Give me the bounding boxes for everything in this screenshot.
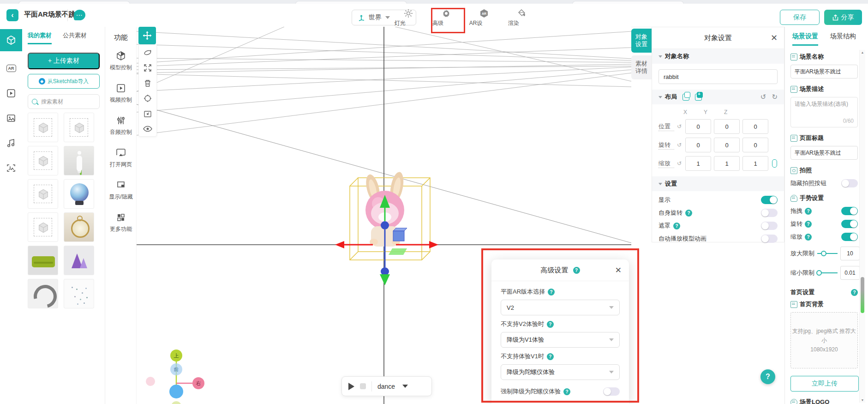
autoplay-animation-toggle[interactable]: [761, 235, 778, 243]
tab-object-settings[interactable]: 对象设置: [631, 29, 652, 53]
drag-toggle[interactable]: [841, 207, 858, 215]
play-button[interactable]: [348, 383, 354, 390]
rotation-label[interactable]: 旋转: [658, 141, 674, 150]
rotation-x-input[interactable]: [685, 138, 711, 152]
animation-dropdown-chevron[interactable]: [402, 385, 408, 388]
focus-tool-button[interactable]: [139, 90, 156, 106]
reset-icon[interactable]: ↺: [677, 160, 682, 167]
redo-icon[interactable]: ↻: [772, 93, 778, 101]
tab-scene-settings[interactable]: 场景设置: [792, 32, 818, 46]
asset-thumbnail[interactable]: [28, 113, 58, 142]
copy-transform-icon[interactable]: [682, 94, 689, 101]
tab-public-materials[interactable]: 公共素材: [63, 31, 87, 44]
move-tool-button[interactable]: [138, 27, 156, 44]
scale-toggle[interactable]: [841, 233, 858, 241]
fn-video-control[interactable]: 视频控制: [105, 82, 137, 104]
fn-audio-control[interactable]: 音频控制: [105, 115, 137, 136]
rotation-z-input[interactable]: [742, 138, 768, 152]
asset-thumbnail[interactable]: [64, 246, 94, 275]
position-z-input[interactable]: [742, 119, 768, 134]
self-rotate-toggle[interactable]: [761, 209, 778, 217]
scroll-down-arrow[interactable]: ▼: [860, 398, 865, 402]
object-name-input[interactable]: [658, 69, 778, 84]
reset-icon[interactable]: ↺: [677, 142, 682, 148]
feedback-chat-icon[interactable]: ···: [74, 10, 85, 20]
object-name-section[interactable]: 对象名称: [652, 49, 784, 64]
help-fab-button[interactable]: ?: [760, 369, 775, 384]
fn-more[interactable]: 更多功能: [105, 211, 137, 233]
fn-model-control[interactable]: 模型控制: [105, 50, 137, 72]
help-icon[interactable]: ?: [805, 234, 812, 241]
link-scale-icon[interactable]: [772, 159, 777, 168]
asset-thumbnail[interactable]: [28, 146, 58, 175]
save-button[interactable]: 保存: [780, 10, 820, 25]
settings-section[interactable]: 设置: [652, 176, 784, 191]
stop-button[interactable]: [360, 383, 366, 389]
tab-my-materials[interactable]: 我的素材: [28, 31, 52, 44]
asset-thumbnail[interactable]: [64, 179, 94, 209]
back-button[interactable]: ‹: [6, 9, 18, 21]
reset-icon[interactable]: ↺: [677, 123, 682, 130]
rail-item-image[interactable]: [0, 107, 22, 129]
asset-thumbnail[interactable]: [64, 212, 94, 242]
tab-material-details[interactable]: 素材详情: [631, 55, 652, 79]
rail-item-ar[interactable]: AR: [0, 57, 22, 79]
layout-section[interactable]: 布局 ↺ ↻: [652, 90, 784, 104]
homepage-bg-dropzone[interactable]: 支持jpg、jpeg格式 推荐大小 1080x1920: [790, 312, 858, 368]
asset-thumbnail[interactable]: [28, 212, 58, 242]
help-icon[interactable]: ?: [851, 289, 858, 296]
position-y-input[interactable]: [714, 119, 740, 134]
asset-thumbnail[interactable]: [64, 279, 94, 308]
delete-button[interactable]: [139, 75, 156, 90]
rotate-toggle[interactable]: [841, 220, 858, 228]
v2-fallback-select[interactable]: 降级为V1体验: [501, 332, 620, 348]
mask-toggle[interactable]: [761, 222, 778, 230]
zoom-in-limit-slider[interactable]: [817, 253, 838, 254]
upload-now-button[interactable]: 立即上传: [790, 376, 859, 392]
zoom-out-limit-input[interactable]: [840, 266, 860, 280]
scale-z-input[interactable]: [742, 156, 768, 171]
scale-label[interactable]: 缩放: [658, 159, 674, 168]
scroll-up-arrow[interactable]: ▲: [860, 51, 865, 54]
scene-desc-textarea[interactable]: 请输入场景描述(选填) 0/60: [790, 97, 858, 127]
fn-open-webpage[interactable]: 打开网页: [105, 147, 137, 169]
scale-y-input[interactable]: [714, 156, 740, 171]
tab-scene-structure[interactable]: 场景结构: [830, 32, 856, 46]
force-gyro-fallback-toggle[interactable]: [603, 387, 620, 396]
rail-item-sticker[interactable]: [0, 157, 22, 179]
share-button[interactable]: 分享: [824, 10, 862, 25]
help-icon[interactable]: ?: [685, 210, 692, 217]
asset-thumbnail[interactable]: [28, 279, 58, 308]
paste-transform-icon[interactable]: [695, 94, 702, 101]
rotation-y-input[interactable]: [714, 138, 740, 152]
help-icon[interactable]: ?: [548, 289, 555, 295]
upload-material-button[interactable]: + 上传素材: [28, 53, 100, 69]
fn-show-hide[interactable]: 显示/隐藏: [105, 179, 137, 201]
close-icon[interactable]: ✕: [615, 265, 622, 275]
help-icon[interactable]: ?: [805, 208, 812, 215]
zoom-out-limit-slider[interactable]: [817, 272, 838, 273]
v1-fallback-select[interactable]: 降级为陀螺仪体验: [501, 364, 620, 380]
ar-version-select[interactable]: V2: [501, 300, 620, 315]
help-icon[interactable]: ?: [673, 223, 680, 229]
help-icon[interactable]: ?: [547, 353, 554, 360]
help-icon[interactable]: ?: [573, 267, 580, 274]
asset-thumbnail[interactable]: [64, 113, 94, 142]
tool-light[interactable]: 灯光: [392, 8, 425, 29]
scale-tool-button[interactable]: [139, 60, 156, 75]
rail-item-video[interactable]: [0, 82, 22, 104]
asset-thumbnail[interactable]: [28, 246, 58, 275]
sketchfab-import-button[interactable]: ◆ 从Sketchfab导入: [28, 74, 100, 89]
scene-panel-scrollbar[interactable]: ▲ ▼: [859, 50, 865, 403]
zoom-in-limit-input[interactable]: [840, 247, 860, 260]
page-title-input[interactable]: [790, 146, 858, 160]
tool-ar-settings[interactable]: AR AR设置: [468, 8, 500, 29]
tool-render-settings[interactable]: 渲染设置: [506, 8, 538, 29]
asset-thumbnail[interactable]: [64, 146, 94, 175]
scene-name-input[interactable]: [790, 65, 858, 78]
scale-x-input[interactable]: [685, 156, 711, 171]
scrollbar-thumb[interactable]: [861, 277, 864, 313]
tool-advanced-settings[interactable]: 高级设置: [430, 8, 462, 29]
rail-item-3d-models[interactable]: [0, 29, 22, 51]
help-icon[interactable]: ?: [563, 388, 570, 395]
